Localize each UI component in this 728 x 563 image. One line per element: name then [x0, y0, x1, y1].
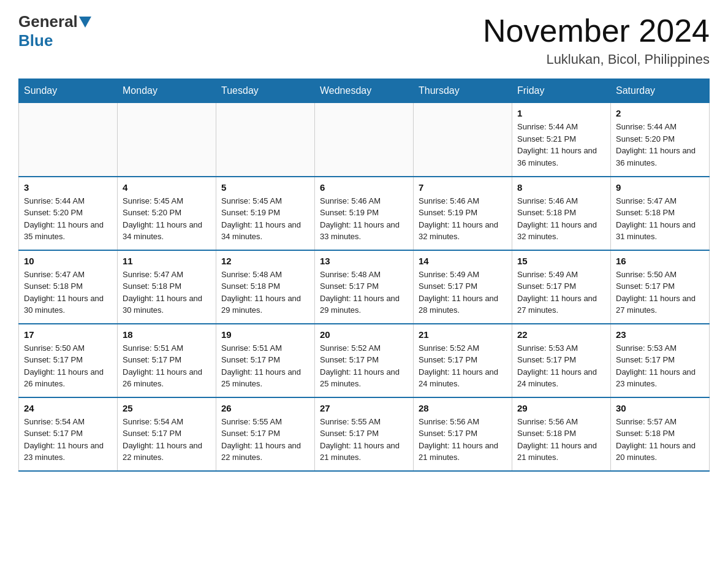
- calendar-cell: [118, 103, 216, 177]
- calendar-cell: 25Sunrise: 5:54 AMSunset: 5:17 PMDayligh…: [118, 397, 216, 471]
- day-info: Sunrise: 5:48 AMSunset: 5:17 PMDaylight:…: [320, 269, 408, 316]
- day-number: 24: [24, 403, 112, 413]
- day-info: Sunrise: 5:44 AMSunset: 5:20 PMDaylight:…: [24, 195, 112, 243]
- calendar-cell: 29Sunrise: 5:56 AMSunset: 5:18 PMDayligh…: [512, 397, 611, 471]
- day-info: Sunrise: 5:56 AMSunset: 5:18 PMDaylight:…: [517, 416, 605, 464]
- day-info: Sunrise: 5:54 AMSunset: 5:17 PMDaylight:…: [123, 416, 211, 464]
- location-title: Luklukan, Bicol, Philippines: [483, 52, 710, 67]
- logo-blue-text: Blue: [18, 31, 53, 50]
- calendar-cell: [216, 103, 315, 177]
- day-info: Sunrise: 5:54 AMSunset: 5:17 PMDaylight:…: [24, 416, 112, 464]
- calendar-cell: 13Sunrise: 5:48 AMSunset: 5:17 PMDayligh…: [315, 250, 414, 324]
- day-info: Sunrise: 5:44 AMSunset: 5:20 PMDaylight:…: [616, 121, 704, 169]
- calendar-cell: 8Sunrise: 5:46 AMSunset: 5:18 PMDaylight…: [512, 177, 611, 250]
- day-number: 22: [517, 329, 605, 340]
- day-number: 14: [419, 256, 507, 266]
- logo-area: General Blue: [18, 12, 93, 50]
- day-number: 3: [24, 182, 112, 193]
- calendar-cell: 10Sunrise: 5:47 AMSunset: 5:18 PMDayligh…: [19, 250, 118, 324]
- calendar-week-row: 10Sunrise: 5:47 AMSunset: 5:18 PMDayligh…: [19, 250, 710, 324]
- calendar-week-row: 3Sunrise: 5:44 AMSunset: 5:20 PMDaylight…: [19, 177, 710, 250]
- calendar-cell: 11Sunrise: 5:47 AMSunset: 5:18 PMDayligh…: [118, 250, 216, 324]
- day-number: 13: [320, 256, 408, 266]
- day-info: Sunrise: 5:52 AMSunset: 5:17 PMDaylight:…: [320, 342, 408, 390]
- calendar-cell: 6Sunrise: 5:46 AMSunset: 5:19 PMDaylight…: [315, 177, 414, 250]
- day-number: 17: [24, 329, 112, 340]
- calendar-cell: 20Sunrise: 5:52 AMSunset: 5:17 PMDayligh…: [315, 324, 414, 397]
- day-number: 8: [517, 182, 605, 193]
- calendar-cell: [315, 103, 414, 177]
- calendar-cell: 26Sunrise: 5:55 AMSunset: 5:17 PMDayligh…: [216, 397, 315, 471]
- calendar-week-row: 1Sunrise: 5:44 AMSunset: 5:21 PMDaylight…: [19, 103, 710, 177]
- calendar-cell: 21Sunrise: 5:52 AMSunset: 5:17 PMDayligh…: [414, 324, 512, 397]
- day-info: Sunrise: 5:46 AMSunset: 5:19 PMDaylight:…: [320, 195, 408, 243]
- day-number: 28: [419, 403, 507, 413]
- day-info: Sunrise: 5:45 AMSunset: 5:19 PMDaylight:…: [221, 195, 309, 243]
- calendar-cell: 17Sunrise: 5:50 AMSunset: 5:17 PMDayligh…: [19, 324, 118, 397]
- calendar-cell: 28Sunrise: 5:56 AMSunset: 5:17 PMDayligh…: [414, 397, 512, 471]
- calendar-cell: 2Sunrise: 5:44 AMSunset: 5:20 PMDaylight…: [611, 103, 710, 177]
- day-info: Sunrise: 5:46 AMSunset: 5:18 PMDaylight:…: [517, 195, 605, 243]
- header-day-friday: Friday: [512, 79, 611, 103]
- header-day-sunday: Sunday: [19, 79, 118, 103]
- header-day-thursday: Thursday: [414, 79, 512, 103]
- header-day-wednesday: Wednesday: [315, 79, 414, 103]
- calendar-cell: 3Sunrise: 5:44 AMSunset: 5:20 PMDaylight…: [19, 177, 118, 250]
- logo-triangle-icon: [79, 17, 91, 28]
- day-number: 19: [221, 329, 309, 340]
- calendar-week-row: 24Sunrise: 5:54 AMSunset: 5:17 PMDayligh…: [19, 397, 710, 471]
- month-title: November 2024: [483, 12, 710, 49]
- day-info: Sunrise: 5:50 AMSunset: 5:17 PMDaylight:…: [616, 269, 704, 316]
- day-info: Sunrise: 5:55 AMSunset: 5:17 PMDaylight:…: [221, 416, 309, 464]
- day-info: Sunrise: 5:53 AMSunset: 5:17 PMDaylight:…: [616, 342, 704, 390]
- calendar-cell: 22Sunrise: 5:53 AMSunset: 5:17 PMDayligh…: [512, 324, 611, 397]
- calendar-table: SundayMondayTuesdayWednesdayThursdayFrid…: [18, 79, 710, 472]
- calendar-cell: 30Sunrise: 5:57 AMSunset: 5:18 PMDayligh…: [611, 397, 710, 471]
- calendar-cell: 12Sunrise: 5:48 AMSunset: 5:18 PMDayligh…: [216, 250, 315, 324]
- day-info: Sunrise: 5:48 AMSunset: 5:18 PMDaylight:…: [221, 269, 309, 316]
- day-info: Sunrise: 5:51 AMSunset: 5:17 PMDaylight:…: [221, 342, 309, 390]
- day-number: 6: [320, 182, 408, 193]
- day-info: Sunrise: 5:47 AMSunset: 5:18 PMDaylight:…: [616, 195, 704, 243]
- header-day-saturday: Saturday: [611, 79, 710, 103]
- day-number: 7: [419, 182, 507, 193]
- day-info: Sunrise: 5:45 AMSunset: 5:20 PMDaylight:…: [123, 195, 211, 243]
- day-number: 1: [517, 108, 605, 118]
- day-number: 9: [616, 182, 704, 193]
- day-number: 16: [616, 256, 704, 266]
- day-number: 4: [123, 182, 211, 193]
- calendar-cell: 15Sunrise: 5:49 AMSunset: 5:17 PMDayligh…: [512, 250, 611, 324]
- calendar-cell: 16Sunrise: 5:50 AMSunset: 5:17 PMDayligh…: [611, 250, 710, 324]
- calendar-cell: 14Sunrise: 5:49 AMSunset: 5:17 PMDayligh…: [414, 250, 512, 324]
- day-info: Sunrise: 5:49 AMSunset: 5:17 PMDaylight:…: [517, 269, 605, 316]
- calendar-cell: 9Sunrise: 5:47 AMSunset: 5:18 PMDaylight…: [611, 177, 710, 250]
- header-day-tuesday: Tuesday: [216, 79, 315, 103]
- day-number: 27: [320, 403, 408, 413]
- calendar-cell: 24Sunrise: 5:54 AMSunset: 5:17 PMDayligh…: [19, 397, 118, 471]
- day-number: 30: [616, 403, 704, 413]
- calendar-cell: 7Sunrise: 5:46 AMSunset: 5:19 PMDaylight…: [414, 177, 512, 250]
- day-number: 11: [123, 256, 211, 266]
- day-info: Sunrise: 5:50 AMSunset: 5:17 PMDaylight:…: [24, 342, 112, 390]
- day-info: Sunrise: 5:55 AMSunset: 5:17 PMDaylight:…: [320, 416, 408, 464]
- calendar-week-row: 17Sunrise: 5:50 AMSunset: 5:17 PMDayligh…: [19, 324, 710, 397]
- day-number: 15: [517, 256, 605, 266]
- title-area: November 2024 Luklukan, Bicol, Philippin…: [483, 12, 710, 67]
- day-info: Sunrise: 5:47 AMSunset: 5:18 PMDaylight:…: [123, 269, 211, 316]
- day-info: Sunrise: 5:51 AMSunset: 5:17 PMDaylight:…: [123, 342, 211, 390]
- day-info: Sunrise: 5:57 AMSunset: 5:18 PMDaylight:…: [616, 416, 704, 464]
- calendar-cell: 4Sunrise: 5:45 AMSunset: 5:20 PMDaylight…: [118, 177, 216, 250]
- day-info: Sunrise: 5:53 AMSunset: 5:17 PMDaylight:…: [517, 342, 605, 390]
- calendar-cell: 18Sunrise: 5:51 AMSunset: 5:17 PMDayligh…: [118, 324, 216, 397]
- header-day-monday: Monday: [118, 79, 216, 103]
- calendar-header-row: SundayMondayTuesdayWednesdayThursdayFrid…: [19, 79, 710, 103]
- calendar-cell: 27Sunrise: 5:55 AMSunset: 5:17 PMDayligh…: [315, 397, 414, 471]
- day-number: 20: [320, 329, 408, 340]
- day-info: Sunrise: 5:49 AMSunset: 5:17 PMDaylight:…: [419, 269, 507, 316]
- day-number: 23: [616, 329, 704, 340]
- calendar-cell: [414, 103, 512, 177]
- day-info: Sunrise: 5:52 AMSunset: 5:17 PMDaylight:…: [419, 342, 507, 390]
- day-info: Sunrise: 5:56 AMSunset: 5:17 PMDaylight:…: [419, 416, 507, 464]
- calendar-cell: 23Sunrise: 5:53 AMSunset: 5:17 PMDayligh…: [611, 324, 710, 397]
- day-number: 18: [123, 329, 211, 340]
